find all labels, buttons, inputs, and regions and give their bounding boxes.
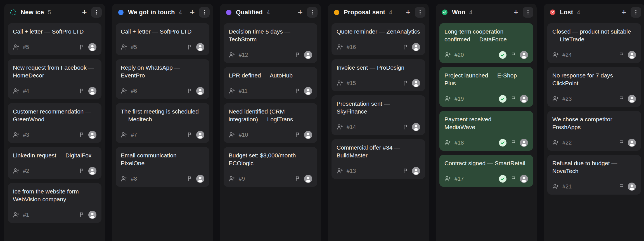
deal-card[interactable]: Refusal due to budget — NovaTech #21: [547, 155, 641, 195]
avatar[interactable]: [520, 51, 528, 59]
deal-card[interactable]: Budget set: $3,000/month — ECOlogic #9: [224, 147, 317, 187]
assign-user-plus-icon[interactable]: [229, 88, 235, 94]
deal-card[interactable]: Commercial offer #34 — BuildMaster #13: [332, 139, 425, 179]
flag-icon[interactable]: [618, 140, 624, 146]
column-menu-button[interactable]: [91, 7, 102, 18]
add-card-button[interactable]: +: [402, 7, 414, 18]
assign-user-plus-icon[interactable]: [121, 88, 127, 94]
assign-user-plus-icon[interactable]: [13, 88, 20, 94]
avatar[interactable]: [412, 167, 420, 175]
column-menu-button[interactable]: [199, 7, 210, 18]
avatar[interactable]: [88, 131, 96, 139]
flag-icon[interactable]: [79, 88, 85, 94]
avatar[interactable]: [412, 79, 420, 87]
assign-user-plus-icon[interactable]: [13, 167, 20, 174]
deal-card[interactable]: LinkedIn request — DigitalFox #2: [8, 147, 101, 179]
deal-card[interactable]: Ice from the website form — WebVision co…: [8, 183, 101, 223]
assign-user-plus-icon[interactable]: [337, 44, 343, 50]
flag-icon[interactable]: [79, 168, 85, 174]
assign-user-plus-icon[interactable]: [121, 44, 127, 50]
add-card-button[interactable]: +: [295, 7, 306, 18]
column-menu-button[interactable]: [415, 7, 425, 18]
add-card-button[interactable]: +: [618, 7, 629, 18]
deal-card[interactable]: New request from Facebook — HomeDecor #4: [8, 59, 101, 99]
deal-card[interactable]: Closed — product not suitable — LiteTrad…: [547, 23, 641, 63]
deal-card[interactable]: Need identified (CRM integration) — Logi…: [224, 103, 317, 143]
avatar[interactable]: [520, 175, 528, 183]
add-card-button[interactable]: +: [187, 7, 198, 18]
deal-card[interactable]: Quote reminder — ZenAnalytics #16: [332, 23, 425, 55]
avatar[interactable]: [520, 139, 528, 147]
avatar[interactable]: [196, 87, 204, 95]
avatar[interactable]: [88, 43, 96, 51]
flag-icon[interactable]: [187, 44, 193, 50]
avatar[interactable]: [628, 95, 636, 103]
assign-user-plus-icon[interactable]: [229, 51, 235, 58]
deal-card[interactable]: Project launched — E-Shop Plus #19: [439, 67, 533, 107]
assign-user-plus-icon[interactable]: [337, 124, 343, 130]
assign-user-plus-icon[interactable]: [121, 175, 127, 182]
avatar[interactable]: [628, 139, 636, 147]
flag-icon[interactable]: [510, 140, 517, 146]
assign-user-plus-icon[interactable]: [552, 51, 559, 58]
assign-user-plus-icon[interactable]: [13, 131, 20, 138]
avatar[interactable]: [304, 51, 312, 59]
add-card-button[interactable]: +: [510, 7, 522, 18]
flag-icon[interactable]: [295, 52, 301, 58]
flag-icon[interactable]: [295, 132, 301, 138]
add-card-button[interactable]: +: [79, 7, 90, 18]
flag-icon[interactable]: [510, 96, 517, 102]
deal-card[interactable]: Call + letter — SoftPro LTD #5: [8, 23, 101, 55]
avatar[interactable]: [304, 175, 312, 183]
deal-card[interactable]: Customer recommendation — GreenWood #3: [8, 103, 101, 143]
deal-card[interactable]: LPR defined — AutoHub #11: [224, 67, 317, 99]
assign-user-plus-icon[interactable]: [552, 139, 559, 146]
assign-user-plus-icon[interactable]: [229, 175, 235, 182]
avatar[interactable]: [628, 51, 636, 59]
avatar[interactable]: [88, 87, 96, 95]
avatar[interactable]: [412, 43, 420, 51]
avatar[interactable]: [88, 211, 96, 219]
deal-card[interactable]: Presentation sent — SkyFinance #14: [332, 95, 425, 135]
assign-user-plus-icon[interactable]: [121, 131, 127, 138]
flag-icon[interactable]: [618, 96, 624, 102]
assign-user-plus-icon[interactable]: [444, 95, 451, 102]
deal-card[interactable]: Call + letter — SoftPro LTD #5: [116, 23, 209, 55]
flag-icon[interactable]: [187, 176, 193, 182]
flag-icon[interactable]: [510, 52, 517, 58]
deal-card[interactable]: Invoice sent — ProDesign #15: [332, 59, 425, 91]
flag-icon[interactable]: [79, 44, 85, 50]
deal-card[interactable]: Email communication — PixelOne #8: [116, 147, 209, 187]
assign-user-plus-icon[interactable]: [444, 51, 451, 58]
avatar[interactable]: [88, 167, 96, 175]
avatar[interactable]: [304, 131, 312, 139]
flag-icon[interactable]: [618, 183, 624, 190]
assign-user-plus-icon[interactable]: [337, 80, 343, 86]
flag-icon[interactable]: [187, 88, 193, 94]
flag-icon[interactable]: [402, 44, 409, 50]
flag-icon[interactable]: [295, 176, 301, 182]
flag-icon[interactable]: [510, 176, 517, 182]
deal-card[interactable]: No response for 7 days — ClickPoint #23: [547, 67, 641, 107]
avatar[interactable]: [196, 43, 204, 51]
flag-icon[interactable]: [402, 124, 409, 130]
assign-user-plus-icon[interactable]: [444, 175, 451, 182]
deal-card[interactable]: Decision time 5 days — TechStorm #12: [224, 23, 317, 63]
deal-card[interactable]: Reply on WhatsApp — EventPro #6: [116, 59, 209, 99]
assign-user-plus-icon[interactable]: [337, 167, 343, 174]
avatar[interactable]: [304, 87, 312, 95]
deal-card[interactable]: Long-term cooperation confirmed — DataFo…: [439, 23, 533, 63]
avatar[interactable]: [196, 175, 204, 183]
flag-icon[interactable]: [295, 88, 301, 94]
assign-user-plus-icon[interactable]: [13, 211, 20, 218]
flag-icon[interactable]: [402, 80, 409, 86]
column-menu-button[interactable]: [631, 7, 641, 18]
assign-user-plus-icon[interactable]: [552, 95, 559, 102]
deal-card[interactable]: The first meeting is scheduled — Meditec…: [116, 103, 209, 143]
flag-icon[interactable]: [187, 132, 193, 138]
avatar[interactable]: [628, 183, 636, 191]
deal-card[interactable]: We chose a competitor — FreshApps #22: [547, 111, 641, 151]
assign-user-plus-icon[interactable]: [13, 44, 20, 50]
avatar[interactable]: [196, 131, 204, 139]
assign-user-plus-icon[interactable]: [229, 131, 235, 138]
